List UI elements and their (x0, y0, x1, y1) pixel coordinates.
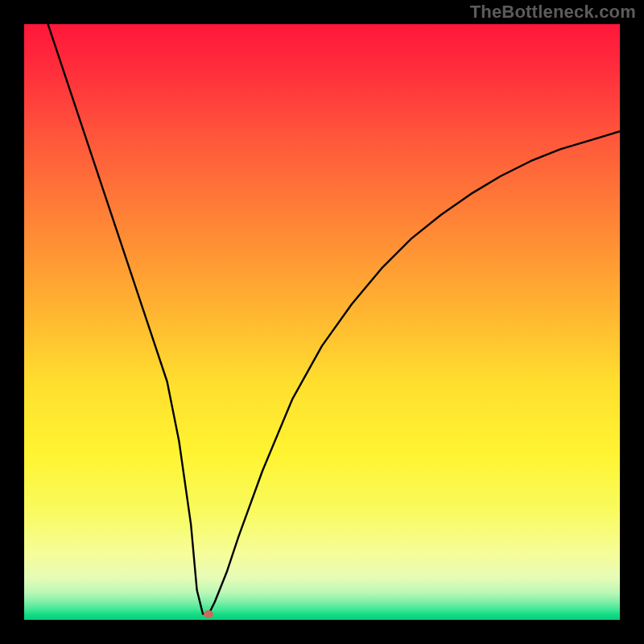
chart-frame: TheBottleneck.com (0, 0, 644, 644)
bottleneck-curve (24, 24, 620, 620)
minimum-marker (204, 610, 213, 618)
plot-area (24, 24, 620, 620)
watermark-text: TheBottleneck.com (470, 2, 636, 23)
